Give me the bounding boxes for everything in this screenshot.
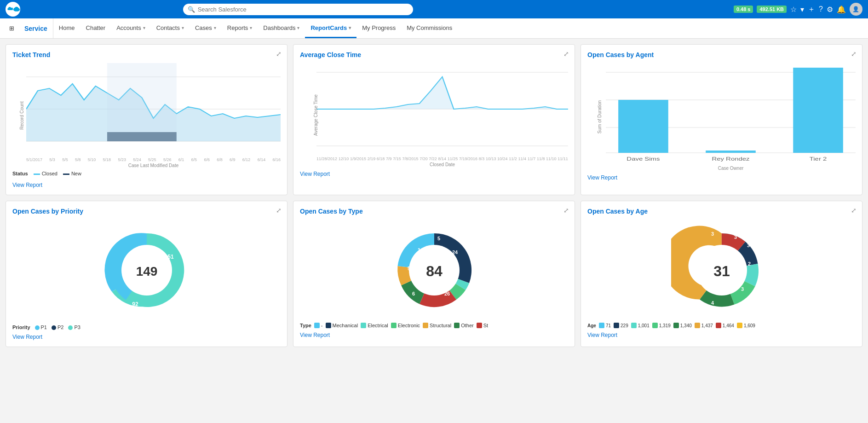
- svg-text:92: 92: [132, 301, 138, 307]
- svg-text:8: 8: [690, 270, 693, 276]
- search-icon: 🔍: [188, 6, 195, 13]
- svg-text:Rey Rondez: Rey Rondez: [712, 156, 750, 162]
- ticket-trend-legend: Status Closed New: [12, 171, 281, 176]
- type-legend: Type - Mechanical Electrical Electronic …: [300, 323, 568, 328]
- settings-icon[interactable]: ⚙: [827, 5, 833, 14]
- svg-text:6: 6: [412, 291, 414, 296]
- avg-close-xlabel: Closed Date: [316, 162, 568, 167]
- reportcards-caret: ▾: [349, 25, 351, 30]
- svg-rect-27: [706, 151, 756, 153]
- cases-caret: ▾: [214, 25, 216, 30]
- p2-legend: P2: [52, 324, 63, 330]
- perf-time-badge: 0.48 s: [734, 6, 753, 13]
- open-by-priority-card: Open Cases by Priority ⤢: [6, 201, 287, 347]
- svg-text:51: 51: [167, 254, 174, 260]
- navbar: ⊞ Service Home Chatter Accounts ▾ Contac…: [0, 18, 868, 39]
- open-by-agent-chart: 10k 5k 0 Dave Sims Rey Rondez Tier 2: [606, 63, 856, 164]
- svg-text:14: 14: [417, 247, 423, 253]
- open-by-agent-view-report[interactable]: View Report: [587, 174, 617, 181]
- type-donut-wrap: 84 5 26 6 5 14 24: [300, 220, 568, 321]
- svg-text:5: 5: [437, 236, 440, 241]
- svg-rect-10: [107, 63, 177, 141]
- avg-close-card: Average Close Time ⤢ Average Close Time …: [293, 44, 575, 195]
- nav-accounts[interactable]: Accounts ▾: [111, 18, 150, 38]
- nav-mycommissions[interactable]: My Commissions: [401, 18, 458, 38]
- bell-icon[interactable]: 🔔: [837, 5, 846, 14]
- open-by-priority-expand[interactable]: ⤢: [276, 207, 282, 214]
- nav-cases[interactable]: Cases ▾: [190, 18, 222, 38]
- svg-text:Dave Sims: Dave Sims: [627, 156, 660, 162]
- open-by-age-title: Open Cases by Age: [587, 208, 856, 215]
- age-1001-legend: 1,001: [631, 323, 650, 328]
- topbar: 🔍 0.48 s 492.51 KB ☆ ▾ ＋ ? ⚙ 🔔 👤: [0, 0, 868, 18]
- svg-text:26: 26: [444, 291, 449, 296]
- avg-close-title: Average Close Time: [300, 51, 568, 58]
- type-structural-legend: Structural: [423, 323, 451, 328]
- avg-close-expand[interactable]: ⤢: [563, 50, 569, 58]
- open-by-type-title: Open Cases by Type: [300, 208, 568, 215]
- nav-reports[interactable]: Reports ▾: [222, 18, 258, 38]
- add-icon[interactable]: ＋: [808, 5, 815, 14]
- nav-dashboards[interactable]: Dashboards ▾: [258, 18, 305, 38]
- avatar[interactable]: 👤: [850, 3, 862, 16]
- svg-text:Tier 2: Tier 2: [810, 156, 827, 162]
- open-by-priority-title: Open Cases by Priority: [12, 208, 281, 215]
- ticket-trend-view-report[interactable]: View Report: [12, 182, 42, 188]
- legend-closed: Closed: [42, 171, 57, 176]
- age-legend-label: Age: [587, 323, 596, 328]
- nav-contacts[interactable]: Contacts ▾: [151, 18, 190, 38]
- age-legend: Age 71 229 1,001 1,319 1,340 1,437 1,464…: [587, 323, 856, 328]
- priority-legend: Priority P1 P2 P3: [12, 324, 281, 330]
- open-by-agent-card: Open Cases by Agent ⤢ Sum of Duration 10…: [581, 44, 862, 195]
- help-icon[interactable]: ?: [819, 5, 823, 13]
- status-label: Status: [12, 171, 28, 176]
- salesforce-logo: [6, 2, 20, 17]
- search-bar[interactable]: 🔍: [183, 4, 413, 15]
- ticket-trend-expand[interactable]: ⤢: [276, 50, 282, 58]
- open-by-age-view-report[interactable]: View Report: [587, 332, 617, 338]
- svg-text:5: 5: [407, 266, 410, 271]
- nav-myprogress[interactable]: My Progress: [356, 18, 401, 38]
- grid-icon[interactable]: ⊞: [5, 18, 19, 38]
- priority-legend-label: Priority: [12, 324, 30, 330]
- svg-point-3: [15, 7, 18, 10]
- priority-center-value: 149: [136, 264, 157, 278]
- avg-close-view-report[interactable]: View Report: [300, 171, 330, 177]
- type-mechanical-legend: Mechanical: [326, 323, 358, 328]
- age-donut-wrap: 31 3 3 2 3 4 8 3 1: [587, 220, 856, 321]
- ticket-trend-ylabel: Record Count: [19, 101, 24, 130]
- nav-reportcards[interactable]: ReportCards ▾: [305, 18, 356, 38]
- ticket-trend-title: Ticket Trend: [12, 51, 281, 58]
- p3-legend: P3: [68, 324, 80, 330]
- svg-rect-11: [107, 132, 177, 141]
- priority-donut-wrap: 149 51 92: [12, 220, 281, 321]
- star-icon[interactable]: ☆: [790, 5, 797, 14]
- perf-size-badge: 492.51 KB: [757, 6, 787, 13]
- age-1319-legend: 1,319: [652, 323, 671, 328]
- type-other-legend: Other: [454, 323, 474, 328]
- open-by-age-expand[interactable]: ⤢: [851, 207, 857, 214]
- svg-text:1: 1: [736, 261, 739, 267]
- svg-text:3: 3: [734, 234, 736, 240]
- open-by-age-card: Open Cases by Age ⤢: [581, 201, 862, 347]
- search-input[interactable]: [183, 4, 413, 15]
- type-electronic-legend: Electronic: [391, 323, 420, 328]
- open-by-type-expand[interactable]: ⤢: [563, 207, 569, 214]
- topbar-right: 0.48 s 492.51 KB ☆ ▾ ＋ ? ⚙ 🔔 👤: [734, 3, 862, 16]
- legend-new: New: [71, 171, 81, 176]
- nav-home[interactable]: Home: [53, 18, 80, 38]
- age-donut-chart: 31 3 3 2 3 4 8 3 1: [671, 220, 772, 321]
- reports-caret: ▾: [250, 25, 252, 30]
- avg-close-ylabel: Average Close Time: [313, 94, 318, 136]
- ticket-trend-card: Ticket Trend ⤢ Record Count 5 0: [6, 44, 287, 195]
- type-st-legend: St: [477, 323, 488, 328]
- dropdown-icon[interactable]: ▾: [800, 5, 804, 14]
- type-center-value: 84: [426, 263, 443, 279]
- nav-chatter[interactable]: Chatter: [80, 18, 111, 38]
- svg-text:24: 24: [452, 249, 458, 255]
- svg-text:2: 2: [747, 261, 750, 267]
- open-by-type-view-report[interactable]: View Report: [300, 332, 330, 338]
- open-by-priority-view-report[interactable]: View Report: [12, 334, 42, 340]
- open-by-agent-expand[interactable]: ⤢: [851, 50, 857, 58]
- type-legend-label: Type: [300, 323, 311, 328]
